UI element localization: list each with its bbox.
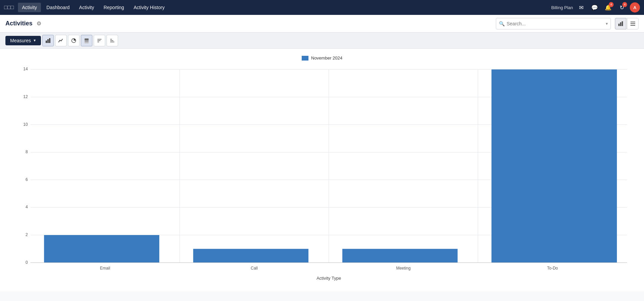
- legend-label: November 2024: [311, 55, 343, 61]
- nav-item-dashboard[interactable]: Dashboard: [42, 3, 74, 12]
- y-label-8: 8: [25, 149, 28, 154]
- nav-item-activity-sub[interactable]: Activity: [75, 3, 98, 12]
- stacked-chart-toolbar-icon: [84, 38, 89, 43]
- sort-asc-icon: [97, 38, 102, 43]
- svg-rect-0: [618, 24, 620, 26]
- list-icon: [630, 21, 636, 26]
- search-icon: 🔍: [499, 21, 505, 26]
- sub-header: Activities ⚙ 🔍 ▾: [0, 15, 644, 32]
- view-toggle: [615, 18, 639, 29]
- y-label-4: 4: [25, 205, 28, 209]
- bar-chart-svg: 0 2 4 6 8 10 12 14 Email Call: [10, 65, 634, 284]
- sort-desc-icon: [110, 38, 115, 43]
- svg-rect-2: [622, 21, 623, 26]
- svg-rect-3: [630, 22, 635, 22]
- y-label-12: 12: [23, 94, 28, 99]
- svg-rect-8: [49, 38, 50, 43]
- svg-rect-7: [47, 39, 49, 43]
- notifications-btn[interactable]: 🔔 4: [603, 2, 614, 13]
- svg-rect-4: [630, 23, 635, 24]
- x-label-meeting: Meeting: [396, 266, 411, 271]
- svg-rect-1: [620, 22, 621, 26]
- top-nav-right: Billing Plan ✉ 💬 🔔 4 ↻ 4 A: [551, 2, 640, 13]
- refresh-btn[interactable]: ↻ 4: [616, 2, 627, 13]
- avatar[interactable]: A: [630, 2, 640, 13]
- svg-rect-11: [85, 40, 89, 42]
- line-chart-type-btn[interactable]: [55, 35, 67, 46]
- nav-item-reporting[interactable]: Reporting: [99, 3, 128, 12]
- y-label-10: 10: [23, 122, 28, 127]
- bar-chart-container: 0 2 4 6 8 10 12 14 Email Call: [10, 65, 634, 284]
- pie-chart-toolbar-icon: [71, 38, 76, 43]
- chevron-down-icon[interactable]: ▾: [606, 21, 608, 26]
- y-label-2: 2: [25, 232, 28, 237]
- notification-badge: 4: [609, 2, 614, 7]
- search-bar: 🔍 ▾: [496, 18, 611, 29]
- bar-meeting: [342, 249, 458, 263]
- pie-chart-type-btn[interactable]: [68, 35, 79, 46]
- chart-area: November 2024 0 2 4: [0, 49, 644, 291]
- x-label-email: Email: [100, 266, 110, 271]
- email-icon: ✉: [579, 4, 583, 11]
- svg-rect-12: [85, 42, 89, 43]
- stacked-chart-type-btn[interactable]: [81, 35, 92, 46]
- y-label-6: 6: [25, 177, 28, 182]
- y-label-0: 0: [25, 260, 28, 265]
- bar-todo: [491, 69, 617, 262]
- sort-asc-btn[interactable]: [94, 35, 105, 46]
- settings-icon[interactable]: ⚙: [37, 20, 41, 27]
- x-label-call: Call: [251, 266, 258, 271]
- search-input[interactable]: [507, 21, 604, 26]
- x-axis-title: Activity Type: [317, 276, 341, 281]
- grid-icon[interactable]: □□□: [4, 4, 14, 10]
- bar-chart-type-btn[interactable]: [42, 35, 54, 46]
- svg-rect-10: [85, 39, 89, 40]
- bar-email: [44, 235, 159, 263]
- x-label-todo: To-Do: [547, 266, 558, 271]
- top-navigation: □□□ Activity Dashboard Activity Reportin…: [0, 0, 644, 15]
- bar-call: [193, 249, 308, 263]
- chart-legend: November 2024: [10, 55, 634, 61]
- billing-plan-label[interactable]: Billing Plan: [551, 5, 573, 10]
- svg-rect-5: [630, 25, 635, 26]
- nav-item-activity[interactable]: Activity: [18, 3, 41, 12]
- whatsapp-icon: 💬: [591, 4, 598, 11]
- y-label-14: 14: [23, 67, 28, 71]
- measures-arrow-icon: ▼: [33, 39, 36, 42]
- measures-label: Measures: [10, 38, 31, 43]
- whatsapp-icon-btn[interactable]: 💬: [589, 2, 600, 13]
- list-view-btn[interactable]: [627, 18, 639, 29]
- svg-rect-6: [46, 41, 47, 43]
- toolbar: Measures ▼: [0, 32, 644, 49]
- chart-view-btn[interactable]: [615, 18, 626, 29]
- page-title: Activities: [5, 20, 32, 27]
- measures-button[interactable]: Measures ▼: [5, 36, 41, 45]
- email-icon-btn[interactable]: ✉: [576, 2, 586, 13]
- bar-chart-toolbar-icon: [45, 38, 51, 43]
- bar-chart-icon: [618, 21, 623, 26]
- refresh-badge: 4: [622, 2, 627, 7]
- sort-desc-btn[interactable]: [107, 35, 118, 46]
- legend-color-swatch: [302, 56, 308, 61]
- nav-item-activity-history[interactable]: Activity History: [130, 3, 169, 12]
- line-chart-toolbar-icon: [58, 38, 64, 43]
